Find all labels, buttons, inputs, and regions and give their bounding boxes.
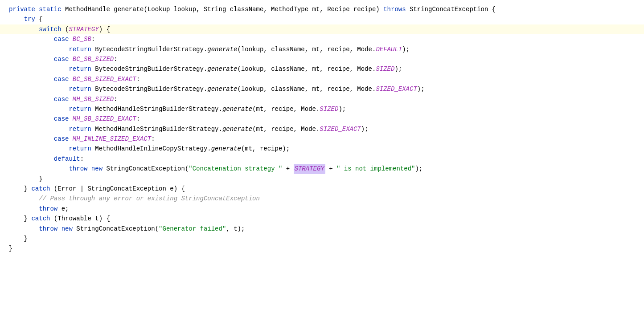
keyword-throw2: throw bbox=[39, 204, 57, 214]
keyword-throw: throw bbox=[69, 164, 87, 174]
case-mh-inline-sized-exact: MH_INLINE_SIZED_EXACT bbox=[73, 134, 151, 144]
keyword-private: private bbox=[9, 4, 35, 14]
code-line: case BC_SB_SIZED_EXACT: bbox=[0, 74, 644, 84]
code-line: // Pass through any error or existing St… bbox=[0, 194, 644, 203]
mode-default: DEFAULT bbox=[376, 45, 402, 54]
keyword-case: case bbox=[54, 34, 69, 44]
code-line: return MethodHandleStringBuilderStrategy… bbox=[0, 104, 644, 114]
code-line: private static MethodHandle generate(Loo… bbox=[0, 4, 644, 14]
case-bc-sb: BC_SB bbox=[73, 34, 91, 44]
keyword-static: static bbox=[39, 4, 61, 14]
case-mh-sb-sized-exact: MH_SB_SIZED_EXACT bbox=[73, 114, 136, 124]
code-line: throw new StringConcatException("Generat… bbox=[0, 224, 644, 234]
code-line: case MH_INLINE_SIZED_EXACT: bbox=[0, 134, 644, 144]
method-generate6: generate bbox=[211, 144, 241, 154]
code-line: } catch (Throwable t) { bbox=[0, 214, 644, 223]
method-generate4: generate bbox=[222, 104, 252, 114]
code-editor: private static MethodHandle generate(Loo… bbox=[0, 0, 644, 325]
keyword-try: try bbox=[24, 14, 35, 24]
code-line: return MethodHandleStringBuilderStrategy… bbox=[0, 124, 644, 134]
mode-sized: SIZED bbox=[376, 64, 394, 74]
mode-sized-exact2: SIZED_EXACT bbox=[320, 124, 361, 134]
string-gen-failed: "Generator failed" bbox=[159, 224, 226, 234]
keyword-catch: catch bbox=[31, 184, 50, 194]
keyword-throws: throws bbox=[383, 4, 406, 14]
string-concat: "Concatenation strategy " bbox=[189, 164, 282, 174]
code-line: } catch (Error | StringConcatException e… bbox=[0, 184, 644, 194]
code-line: case MH_SB_SIZED: bbox=[0, 94, 644, 104]
keyword-return6: return bbox=[69, 144, 91, 154]
code-line: case BC_SB_SIZED: bbox=[0, 54, 644, 64]
code-line: try { bbox=[0, 14, 644, 24]
mode-sized-exact: SIZED_EXACT bbox=[376, 84, 417, 94]
string-not-impl: " is not implemented" bbox=[336, 164, 415, 174]
code-line: } bbox=[0, 174, 644, 184]
code-line: return BytecodeStringBuilderStrategy.gen… bbox=[0, 45, 644, 54]
keyword-case6: case bbox=[54, 134, 69, 144]
case-mh-sb-sized: MH_SB_SIZED bbox=[73, 94, 114, 104]
strategy-ref: STRATEGY bbox=[69, 24, 98, 34]
code-line: return BytecodeStringBuilderStrategy.gen… bbox=[0, 84, 644, 94]
code-line: } bbox=[0, 244, 644, 253]
keyword-return: return bbox=[69, 45, 91, 54]
method-generate5: generate bbox=[222, 124, 252, 134]
method-generate: generate bbox=[207, 45, 237, 54]
code-line: return MethodHandleInlineCopyStrategy.ge… bbox=[0, 144, 644, 154]
code-line: case MH_SB_SIZED_EXACT: bbox=[0, 114, 644, 124]
keyword-return4: return bbox=[69, 104, 91, 114]
code-line: return BytecodeStringBuilderStrategy.gen… bbox=[0, 64, 644, 74]
keyword-catch2: catch bbox=[31, 214, 50, 223]
strategy-ref2: STRATEGY bbox=[295, 165, 324, 172]
mode-sized2: SIZED bbox=[320, 104, 338, 114]
keyword-return2: return bbox=[69, 64, 91, 74]
keyword-return5: return bbox=[69, 124, 91, 134]
keyword-default: default bbox=[54, 154, 80, 164]
keyword-case4: case bbox=[54, 94, 69, 104]
keyword-case3: case bbox=[54, 74, 69, 84]
keyword-case2: case bbox=[54, 54, 69, 64]
comment1: // Pass through any error or existing St… bbox=[39, 194, 260, 203]
code-line: throw new StringConcatException("Concate… bbox=[0, 164, 644, 174]
keyword-new: new bbox=[91, 164, 103, 174]
code-line: } bbox=[0, 234, 644, 244]
case-bc-sb-sized: BC_SB_SIZED bbox=[73, 54, 114, 64]
code-line: default: bbox=[0, 154, 644, 164]
keyword-throw3: throw bbox=[39, 224, 57, 234]
keyword-new2: new bbox=[62, 224, 73, 234]
code-line-switch: switch (STRATEGY) { bbox=[0, 24, 644, 34]
keyword-return3: return bbox=[69, 84, 91, 94]
keyword-case5: case bbox=[54, 114, 69, 124]
keyword-switch: switch bbox=[39, 24, 61, 34]
method-generate3: generate bbox=[207, 84, 237, 94]
code-line: case BC_SB: bbox=[0, 34, 644, 44]
case-bc-sb-sized-exact: BC_SB_SIZED_EXACT bbox=[73, 74, 136, 84]
code-line: throw e; bbox=[0, 204, 644, 214]
method-generate2: generate bbox=[207, 64, 237, 74]
